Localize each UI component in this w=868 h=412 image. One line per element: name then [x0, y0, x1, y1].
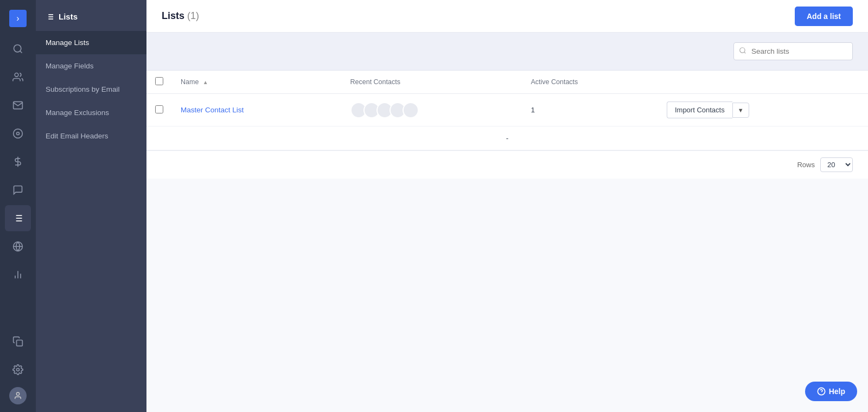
avatar-5 — [403, 102, 419, 118]
rows-per-page-select[interactable]: 20 50 100 — [820, 157, 853, 172]
sidebar-bottom — [0, 327, 36, 412]
avatar-circles — [350, 102, 514, 118]
help-button[interactable]: Help — [805, 382, 857, 401]
table-row: Master Contact List 1 — [146, 94, 868, 126]
collapse-icon[interactable]: › — [9, 10, 27, 27]
table-footer: Rows 20 50 100 — [146, 150, 868, 179]
sidebar-item-revenue[interactable] — [5, 149, 31, 175]
sidebar-item-contacts[interactable] — [5, 64, 31, 90]
col-name[interactable]: Name ▲ — [172, 71, 342, 94]
svg-point-2 — [14, 129, 23, 138]
table-area: Name ▲ Recent Contacts Active Contacts M… — [146, 33, 868, 412]
col-actions — [658, 71, 868, 94]
sidebar-collapse-btn[interactable]: › — [0, 4, 36, 33]
select-all-col — [146, 71, 172, 94]
page-title: Lists (1) — [162, 10, 199, 22]
rows-label: Rows — [797, 161, 815, 169]
list-name-link[interactable]: Master Contact List — [181, 106, 244, 114]
row-actions-cell: Import Contacts ▼ — [658, 94, 868, 126]
col-active-contacts: Active Contacts — [522, 71, 658, 94]
search-input-wrap — [733, 42, 853, 60]
import-contacts-button[interactable]: Import Contacts — [667, 102, 732, 118]
svg-point-0 — [14, 45, 21, 52]
main-content: Lists (1) Add a list Na — [146, 0, 868, 412]
svg-rect-16 — [17, 340, 23, 346]
row-checkbox[interactable] — [155, 105, 163, 113]
table-separator-row: - — [146, 126, 868, 150]
svg-point-1 — [15, 73, 18, 77]
row-name-cell: Master Contact List — [172, 94, 342, 126]
sidebar-item-search[interactable] — [5, 36, 31, 62]
main-header: Lists (1) Add a list — [146, 0, 868, 33]
row-recent-contacts-cell — [342, 94, 522, 126]
row-checkbox-cell — [146, 94, 172, 126]
sidebar-item-settings[interactable] — [5, 357, 31, 383]
sidebar-item-manage-fields[interactable]: Manage Fields — [36, 54, 146, 78]
table-toolbar — [146, 33, 868, 71]
sidebar-item-email[interactable] — [5, 92, 31, 118]
col-recent-contacts: Recent Contacts — [342, 71, 522, 94]
import-contacts-dropdown[interactable]: ▼ — [732, 103, 749, 118]
import-contacts-wrap: Import Contacts ▼ — [667, 102, 859, 118]
sidebar-item-analytics[interactable] — [5, 121, 31, 147]
sidebar-item-messages[interactable] — [5, 177, 31, 203]
select-all-checkbox[interactable] — [155, 77, 163, 85]
svg-point-18 — [16, 392, 19, 395]
sub-sidebar-header: Lists — [36, 0, 146, 31]
sidebar-item-lists[interactable] — [5, 205, 31, 231]
user-avatar[interactable] — [9, 387, 27, 404]
sidebar-item-copy[interactable] — [5, 328, 31, 354]
sidebar-item-subscriptions[interactable]: Subscriptions by Email — [36, 78, 146, 101]
add-list-button[interactable]: Add a list — [795, 7, 853, 26]
sidebar-item-edit-email-headers[interactable]: Edit Email Headers — [36, 124, 146, 148]
sidebar-item-reports[interactable] — [5, 262, 31, 288]
sidebar-item-manage-exclusions[interactable]: Manage Exclusions — [36, 101, 146, 124]
lists-table: Name ▲ Recent Contacts Active Contacts M… — [146, 71, 868, 150]
lists-count: (1) — [187, 10, 199, 21]
svg-point-17 — [17, 369, 20, 371]
search-input[interactable] — [733, 42, 853, 60]
sub-sidebar: Lists Manage Lists Manage Fields Subscri… — [36, 0, 146, 412]
icon-sidebar: › — [0, 0, 36, 412]
table-header-row: Name ▲ Recent Contacts Active Contacts — [146, 71, 868, 94]
sidebar-item-manage-lists[interactable]: Manage Lists — [36, 31, 146, 54]
sidebar-item-globe[interactable] — [5, 233, 31, 259]
search-icon — [739, 47, 746, 56]
sort-arrow-name: ▲ — [203, 79, 208, 85]
row-active-contacts-cell: 1 — [522, 94, 658, 126]
svg-point-25 — [740, 48, 745, 53]
sub-sidebar-title: Lists — [59, 12, 78, 21]
table-dash: - — [146, 126, 868, 150]
svg-point-3 — [17, 132, 20, 135]
